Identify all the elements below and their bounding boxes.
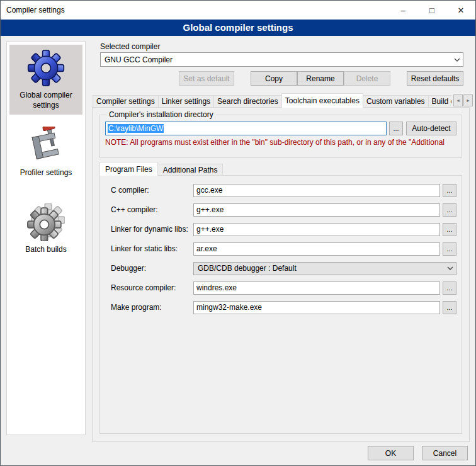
tab-toolchain-executables[interactable]: Toolchain executables [281, 93, 363, 108]
maximize-icon: □ [429, 6, 434, 15]
batch-builds-gear-icon [27, 203, 65, 241]
field-label: Make program: [111, 303, 193, 312]
debugger-select-value: GDB/CDB debugger : Default [194, 264, 445, 273]
field-label: Resource compiler: [111, 283, 193, 292]
cpp-compiler-input[interactable] [193, 203, 440, 217]
gear-icon [27, 49, 65, 87]
browse-make-program-button[interactable]: ... [443, 301, 456, 314]
minimize-icon: – [400, 6, 405, 15]
browse-c-compiler-button[interactable]: ... [443, 184, 456, 197]
field-row-linker-dynamic: Linker for dynamic libs: ... [111, 222, 456, 236]
chevron-down-icon [451, 58, 463, 62]
field-label: Linker for static libs: [111, 244, 193, 253]
copy-button[interactable]: Copy [251, 71, 297, 86]
window-title: Compiler settings [1, 6, 65, 14]
field-row-cpp-compiler: C++ compiler: ... [111, 203, 456, 217]
tab-custom-variables[interactable]: Custom variables [363, 95, 429, 108]
settings-tab-strip: Compiler settings Linker settings Search… [93, 93, 451, 108]
compiler-select-value: GNU GCC Compiler [101, 55, 451, 64]
field-label: C++ compiler: [111, 205, 193, 214]
browse-linker-dynamic-button[interactable]: ... [443, 223, 456, 236]
toolchain-executables-panel: Compiler's installation directory C:\ray… [92, 107, 470, 442]
program-files-panel: C compiler: ... C++ compiler: ... Linker… [99, 175, 462, 434]
installation-directory-group: Compiler's installation directory C:\ray… [99, 110, 462, 158]
linker-static-input[interactable] [193, 242, 440, 256]
tab-build-options[interactable]: Build options [428, 95, 451, 108]
auto-detect-button[interactable]: Auto-detect [406, 122, 456, 135]
browse-cpp-compiler-button[interactable]: ... [443, 203, 456, 217]
field-row-make-program: Make program: ... [111, 300, 456, 314]
tab-scroll-right-button[interactable]: ► [463, 94, 473, 106]
rename-button[interactable]: Rename [297, 71, 344, 86]
installation-directory-group-title: Compiler's installation directory [106, 110, 216, 119]
installation-directory-value: C:\raylib\MinGW [108, 124, 164, 133]
chevron-down-icon [445, 266, 456, 270]
delete-button[interactable]: Delete [344, 71, 390, 86]
ok-button[interactable]: OK [368, 446, 414, 460]
program-files-tab-strip: Program Files Additional Paths [99, 162, 222, 176]
selected-compiler-label: Selected compiler [100, 42, 160, 51]
sidebar-item-label: Profiler settings [11, 168, 81, 178]
subtab-program-files[interactable]: Program Files [99, 162, 158, 176]
browse-directory-button[interactable]: ... [389, 122, 403, 135]
tab-search-directories[interactable]: Search directories [213, 95, 282, 108]
sidebar-item-profiler-settings[interactable]: Profiler settings [9, 122, 82, 183]
make-program-input[interactable] [193, 301, 440, 314]
subtab-additional-paths[interactable]: Additional Paths [157, 164, 224, 176]
close-icon: ✕ [458, 6, 465, 15]
page-title: Global compiler settings [1, 20, 475, 36]
tab-scroll-buttons: ◄ ► [453, 94, 473, 106]
arrow-left-icon: ◄ [456, 98, 460, 103]
sidebar-item-global-compiler-settings[interactable]: Global compiler settings [9, 45, 82, 115]
minimize-button[interactable]: – [388, 1, 417, 20]
browse-resource-compiler-button[interactable]: ... [443, 281, 456, 295]
compiler-select[interactable]: GNU GCC Compiler [100, 52, 463, 67]
arrow-right-icon: ► [466, 98, 470, 103]
field-row-debugger: Debugger: GDB/CDB debugger : Default [111, 261, 456, 275]
installation-directory-row: C:\raylib\MinGW ... Auto-detect [105, 122, 456, 135]
field-row-resource-compiler: Resource compiler: ... [111, 281, 456, 295]
compiler-actions: Set as default Copy Rename Delete Reset … [100, 71, 463, 86]
profiler-clamp-icon [27, 127, 65, 164]
window-controls: – □ ✕ [388, 1, 475, 20]
linker-dynamic-input[interactable] [193, 223, 440, 236]
field-label: C compiler: [111, 186, 193, 195]
field-label: Linker for dynamic libs: [111, 225, 193, 234]
title-bar: Compiler settings – □ ✕ [1, 1, 475, 20]
cancel-button[interactable]: Cancel [422, 446, 468, 460]
c-compiler-input[interactable] [193, 184, 440, 197]
set-as-default-button[interactable]: Set as default [179, 71, 234, 86]
field-label: Debugger: [111, 264, 193, 273]
field-row-c-compiler: C compiler: ... [111, 183, 456, 197]
tab-compiler-settings[interactable]: Compiler settings [93, 95, 159, 108]
debugger-select[interactable]: GDB/CDB debugger : Default [193, 262, 456, 275]
field-row-linker-static: Linker for static libs: ... [111, 242, 456, 256]
close-button[interactable]: ✕ [446, 1, 475, 20]
tab-scroll-left-button[interactable]: ◄ [453, 94, 463, 106]
sidebar-item-label: Global compiler settings [11, 91, 81, 110]
dialog-footer: OK Cancel [368, 446, 468, 460]
settings-category-list: Global compiler settings Profiler settin… [6, 41, 86, 435]
tab-linker-settings[interactable]: Linker settings [158, 95, 214, 108]
browse-linker-static-button[interactable]: ... [443, 242, 456, 256]
directory-note: NOTE: All programs must exist either in … [105, 138, 456, 147]
maximize-button[interactable]: □ [417, 1, 446, 20]
compiler-settings-dialog: Compiler settings – □ ✕ Global compiler … [0, 0, 476, 466]
reset-defaults-button[interactable]: Reset defaults [407, 71, 463, 86]
sidebar-item-label: Batch builds [11, 245, 81, 255]
sidebar-item-batch-builds[interactable]: Batch builds [9, 199, 82, 259]
resource-compiler-input[interactable] [193, 281, 440, 295]
installation-directory-input[interactable]: C:\raylib\MinGW [105, 122, 387, 135]
